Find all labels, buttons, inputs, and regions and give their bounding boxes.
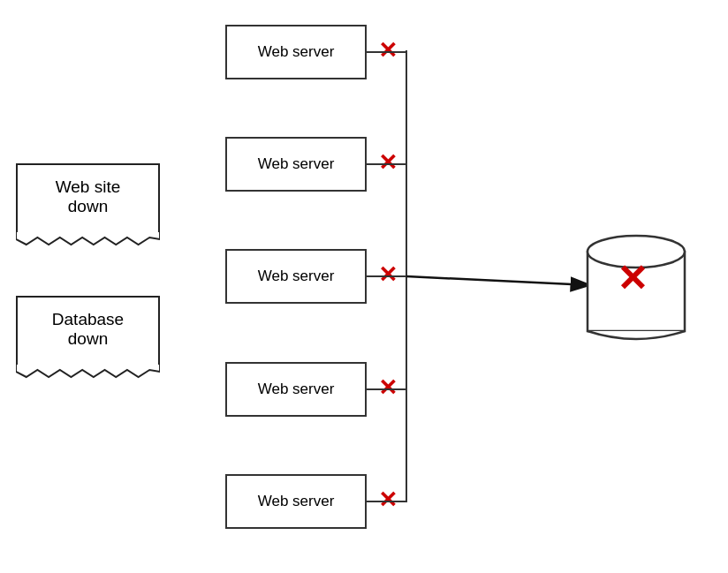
x-mark-2: ✕ [378, 151, 398, 174]
server-box-3: Web server [225, 249, 367, 304]
x-mark-1: ✕ [378, 39, 398, 62]
server-box-1: Web server [225, 25, 367, 79]
server1-label: Web server [258, 43, 335, 61]
note-database: Database down [16, 296, 160, 370]
x-mark-3: ✕ [378, 263, 398, 286]
note-website-label: Web site down [28, 177, 148, 216]
note-database-label: Database down [28, 310, 148, 349]
database-x-mark: ✕ [617, 260, 648, 298]
server2-label: Web server [258, 155, 335, 173]
diagram-container: Web site down Database down Web server W… [0, 0, 728, 573]
server3-label: Web server [258, 268, 335, 285]
server-box-4: Web server [225, 362, 367, 417]
x-mark-5: ✕ [378, 488, 398, 511]
note-website: Web site down [16, 163, 160, 237]
svg-line-6 [406, 276, 590, 285]
server-box-2: Web server [225, 137, 367, 192]
server-box-5: Web server [225, 474, 367, 529]
server5-label: Web server [258, 493, 335, 510]
x-mark-4: ✕ [378, 376, 398, 399]
server4-label: Web server [258, 381, 335, 398]
